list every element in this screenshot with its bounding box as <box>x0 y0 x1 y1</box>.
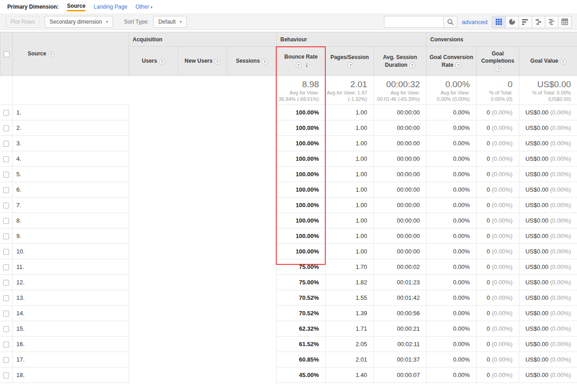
row-checkbox[interactable] <box>3 233 9 239</box>
source-cell: 17. <box>13 352 129 367</box>
plot-rows-button[interactable]: Plot Rows <box>5 16 40 28</box>
sort-type-label: Sort Type: <box>124 19 149 25</box>
goal-value-cell: US$0.00(0.00%) <box>519 105 577 120</box>
acquisition-group-header: Acquisition <box>129 32 277 47</box>
help-icon[interactable] <box>409 62 415 68</box>
row-checkbox-cell <box>0 228 13 244</box>
pages-session-column-header[interactable]: Pages/Session <box>326 47 374 76</box>
pivot-view-button[interactable] <box>558 16 572 28</box>
summary-users-cell <box>129 76 178 105</box>
percentage-view-button[interactable] <box>505 16 519 28</box>
new-users-cell <box>178 151 227 167</box>
row-checkbox[interactable] <box>3 280 9 286</box>
new-users-cell <box>178 321 227 337</box>
goal-completions-column-header[interactable]: Goal Completions <box>477 47 519 76</box>
sessions-cell <box>227 275 277 290</box>
row-checkbox[interactable] <box>3 249 9 255</box>
sessions-cell <box>227 352 277 367</box>
help-icon[interactable] <box>262 59 268 65</box>
help-icon[interactable] <box>348 62 353 68</box>
session-duration-cell: 00:01:23 <box>374 275 427 290</box>
summary-new-users-cell <box>178 76 227 105</box>
advanced-search-link[interactable]: advanced <box>462 19 487 25</box>
bounce-rate-column-header[interactable]: Bounce Rate <box>277 47 326 76</box>
goal-completions-cell: 0(0.00%) <box>477 306 519 321</box>
primary-dimension-source[interactable]: Source <box>67 3 85 11</box>
table-view-button[interactable] <box>492 16 506 28</box>
goal-completions-percent: (0.00%) <box>492 310 513 317</box>
goal-completions-cell: 0(0.00%) <box>477 105 519 120</box>
search-button[interactable] <box>444 16 458 28</box>
term-cloud-view-button[interactable] <box>545 16 558 28</box>
row-checkbox[interactable] <box>3 295 9 301</box>
goal-value-amount: US$0.00 <box>525 171 548 178</box>
row-checkbox[interactable] <box>3 311 9 317</box>
goal-value-column-header[interactable]: Goal Value <box>519 47 577 76</box>
new-users-column-header[interactable]: New Users <box>178 47 227 76</box>
sort-type-dropdown[interactable]: Default▾ <box>153 16 187 28</box>
source-cell: 7. <box>13 198 129 213</box>
row-checkbox-cell <box>0 198 13 213</box>
goal-value-percent: (0.00%) <box>550 217 571 224</box>
users-cell <box>129 352 178 367</box>
row-checkbox[interactable] <box>3 156 9 162</box>
help-icon[interactable] <box>455 62 461 68</box>
table-row: 9. 100.00% 1.00 00:00:00 0.00% 0(0.00%) … <box>0 228 577 244</box>
goal-completions-cell: 0(0.00%) <box>477 167 519 182</box>
row-index: 18. <box>16 372 28 378</box>
row-checkbox[interactable] <box>3 125 9 131</box>
sessions-cell <box>227 120 277 136</box>
row-checkbox[interactable] <box>3 326 9 332</box>
row-checkbox[interactable] <box>3 342 9 347</box>
help-icon[interactable] <box>48 51 54 57</box>
primary-dimension-landing-page[interactable]: Landing Page <box>94 4 127 10</box>
row-checkbox[interactable] <box>3 110 9 116</box>
goal-conversion-rate-column-header[interactable]: Goal Conversion Rate <box>427 47 477 76</box>
help-icon[interactable] <box>214 59 220 65</box>
row-checkbox[interactable] <box>3 187 9 193</box>
help-icon[interactable] <box>560 59 566 65</box>
row-checkbox[interactable] <box>3 372 9 378</box>
sessions-column-header[interactable]: Sessions <box>227 47 277 76</box>
goal-conversion-rate-cell: 0.00% <box>427 136 477 151</box>
session-duration-column-header[interactable]: Avg. Session Duration <box>374 47 427 76</box>
comparison-view-button[interactable] <box>532 16 545 28</box>
session-duration-cell: 00:01:42 <box>374 290 427 306</box>
goal-conversion-rate-cell: 0.00% <box>427 120 477 136</box>
chevron-down-icon: ▾ <box>106 20 108 24</box>
goal-value-amount: US$0.00 <box>525 356 548 363</box>
select-all-checkbox[interactable] <box>4 51 10 57</box>
source-cell: 3. <box>13 136 129 151</box>
row-checkbox[interactable] <box>3 172 9 178</box>
term-cloud-icon <box>548 18 555 25</box>
help-icon[interactable] <box>296 62 302 68</box>
users-cell <box>129 213 178 228</box>
goal-conversion-rate-cell: 0.00% <box>427 182 477 198</box>
source-column-header[interactable]: Source <box>13 32 129 76</box>
goal-value-amount: US$0.00 <box>525 155 548 162</box>
goal-completions-value: 0 <box>487 124 490 131</box>
row-checkbox-cell <box>0 213 13 228</box>
bar-chart-icon <box>522 18 529 25</box>
performance-view-button[interactable] <box>518 16 532 28</box>
primary-dimension-other[interactable]: Other▾ <box>135 4 153 10</box>
help-icon[interactable] <box>159 59 165 65</box>
users-column-header[interactable]: Users <box>129 47 178 76</box>
goal-completions-value: 0 <box>487 372 490 378</box>
bounce-rate-column-label: Bounce Rate <box>279 53 323 60</box>
pages-session-cell: 1.00 <box>326 182 374 198</box>
secondary-dimension-dropdown[interactable]: Secondary dimension▾ <box>45 16 113 28</box>
help-icon[interactable] <box>496 66 502 72</box>
goal-value-amount: US$0.00 <box>525 217 548 224</box>
row-checkbox[interactable] <box>3 357 9 363</box>
users-cell <box>129 151 178 167</box>
search-input[interactable] <box>384 16 444 28</box>
row-checkbox[interactable] <box>3 218 9 224</box>
row-checkbox[interactable] <box>3 141 9 147</box>
source-cell: 15. <box>13 321 129 337</box>
row-checkbox[interactable] <box>3 264 9 270</box>
goal-conversion-rate-cell: 0.00% <box>427 352 477 367</box>
row-checkbox[interactable] <box>3 203 9 208</box>
summary-goal-value: US$0.00 % of Total: 0.00% (US$0.00) <box>519 76 577 105</box>
pages-session-cell: 1.39 <box>326 306 374 321</box>
